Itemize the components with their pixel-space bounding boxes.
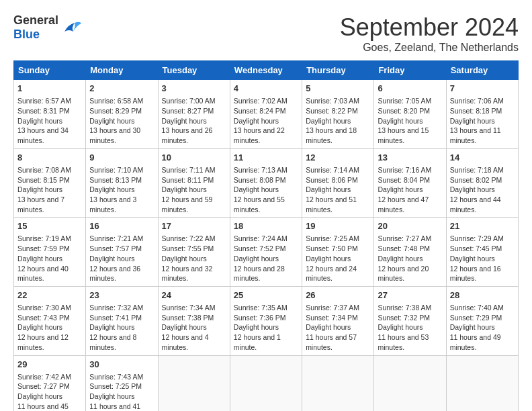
logo-blue: Blue bbox=[13, 28, 40, 41]
calendar-cell: 20Sunrise: 7:27 AMSunset: 7:48 PMDayligh… bbox=[374, 218, 446, 287]
calendar: SundayMondayTuesdayWednesdayThursdayFrid… bbox=[13, 60, 519, 411]
day-info: Sunrise: 7:19 AMSunset: 7:59 PMDaylight … bbox=[17, 234, 82, 283]
day-info: Sunrise: 7:11 AMSunset: 8:11 PMDaylight … bbox=[162, 165, 226, 214]
calendar-cell: 12Sunrise: 7:14 AMSunset: 8:06 PMDayligh… bbox=[302, 148, 374, 218]
day-number: 14 bbox=[450, 152, 515, 164]
calendar-cell: 27Sunrise: 7:38 AMSunset: 7:32 PMDayligh… bbox=[374, 286, 446, 355]
day-number: 11 bbox=[234, 152, 298, 164]
day-number: 7 bbox=[450, 83, 515, 95]
day-info: Sunrise: 7:30 AMSunset: 7:43 PMDaylight … bbox=[17, 303, 82, 352]
weekday-header: Monday bbox=[86, 61, 158, 80]
calendar-cell: 23Sunrise: 7:32 AMSunset: 7:41 PMDayligh… bbox=[86, 286, 158, 355]
title-area: September 2024 Goes, Zeeland, The Nether… bbox=[340, 13, 519, 54]
day-number: 13 bbox=[378, 152, 442, 164]
day-info: Sunrise: 7:32 AMSunset: 7:41 PMDaylight … bbox=[89, 303, 154, 352]
logo-general: General bbox=[13, 13, 58, 27]
calendar-cell: 7Sunrise: 7:06 AMSunset: 8:18 PMDaylight… bbox=[446, 80, 518, 149]
day-number: 15 bbox=[17, 220, 82, 232]
calendar-cell: 24Sunrise: 7:34 AMSunset: 7:38 PMDayligh… bbox=[158, 286, 230, 355]
day-number: 29 bbox=[17, 359, 82, 371]
day-info: Sunrise: 7:25 AMSunset: 7:50 PMDaylight … bbox=[306, 234, 370, 283]
day-number: 27 bbox=[378, 289, 442, 302]
weekday-header: Tuesday bbox=[158, 61, 230, 80]
calendar-cell: 14Sunrise: 7:18 AMSunset: 8:02 PMDayligh… bbox=[446, 148, 518, 218]
calendar-cell bbox=[158, 355, 230, 411]
calendar-cell: 6Sunrise: 7:05 AMSunset: 8:20 PMDaylight… bbox=[374, 80, 446, 149]
weekday-header: Wednesday bbox=[230, 61, 302, 80]
calendar-cell: 26Sunrise: 7:37 AMSunset: 7:34 PMDayligh… bbox=[302, 286, 374, 355]
day-info: Sunrise: 7:02 AMSunset: 8:24 PMDaylight … bbox=[234, 96, 298, 145]
calendar-cell: 30Sunrise: 7:43 AMSunset: 7:25 PMDayligh… bbox=[86, 355, 158, 411]
calendar-cell: 5Sunrise: 7:03 AMSunset: 8:22 PMDaylight… bbox=[302, 80, 374, 149]
calendar-cell: 25Sunrise: 7:35 AMSunset: 7:36 PMDayligh… bbox=[230, 286, 302, 355]
calendar-cell: 22Sunrise: 7:30 AMSunset: 7:43 PMDayligh… bbox=[14, 286, 86, 355]
day-number: 16 bbox=[89, 220, 154, 232]
calendar-cell: 19Sunrise: 7:25 AMSunset: 7:50 PMDayligh… bbox=[302, 218, 374, 287]
day-info: Sunrise: 7:43 AMSunset: 7:25 PMDaylight … bbox=[89, 372, 154, 411]
calendar-cell: 16Sunrise: 7:21 AMSunset: 7:57 PMDayligh… bbox=[86, 218, 158, 287]
calendar-cell: 1Sunrise: 6:57 AMSunset: 8:31 PMDaylight… bbox=[14, 80, 86, 149]
day-number: 25 bbox=[234, 289, 298, 302]
day-info: Sunrise: 7:29 AMSunset: 7:45 PMDaylight … bbox=[450, 234, 515, 283]
day-number: 10 bbox=[162, 152, 226, 164]
day-info: Sunrise: 7:05 AMSunset: 8:20 PMDaylight … bbox=[378, 96, 442, 145]
calendar-header-row: SundayMondayTuesdayWednesdayThursdayFrid… bbox=[14, 61, 519, 80]
calendar-cell: 4Sunrise: 7:02 AMSunset: 8:24 PMDaylight… bbox=[230, 80, 302, 149]
day-number: 4 bbox=[234, 83, 298, 95]
day-number: 9 bbox=[89, 152, 154, 164]
logo: General Blue bbox=[13, 13, 81, 42]
calendar-cell: 28Sunrise: 7:40 AMSunset: 7:29 PMDayligh… bbox=[446, 286, 518, 355]
calendar-cell: 13Sunrise: 7:16 AMSunset: 8:04 PMDayligh… bbox=[374, 148, 446, 218]
day-info: Sunrise: 7:00 AMSunset: 8:27 PMDaylight … bbox=[162, 96, 226, 145]
day-number: 6 bbox=[378, 83, 442, 95]
day-number: 21 bbox=[450, 220, 515, 232]
day-info: Sunrise: 7:16 AMSunset: 8:04 PMDaylight … bbox=[378, 165, 442, 214]
day-number: 5 bbox=[306, 83, 370, 95]
calendar-cell: 17Sunrise: 7:22 AMSunset: 7:55 PMDayligh… bbox=[158, 218, 230, 287]
day-number: 22 bbox=[17, 289, 82, 302]
calendar-cell bbox=[302, 355, 374, 411]
calendar-cell: 11Sunrise: 7:13 AMSunset: 8:08 PMDayligh… bbox=[230, 148, 302, 218]
calendar-cell: 21Sunrise: 7:29 AMSunset: 7:45 PMDayligh… bbox=[446, 218, 518, 287]
calendar-cell: 18Sunrise: 7:24 AMSunset: 7:52 PMDayligh… bbox=[230, 218, 302, 287]
logo-bird-icon bbox=[61, 19, 81, 36]
day-number: 24 bbox=[162, 289, 226, 302]
day-number: 23 bbox=[89, 289, 154, 302]
weekday-header: Saturday bbox=[446, 61, 518, 80]
day-info: Sunrise: 6:57 AMSunset: 8:31 PMDaylight … bbox=[17, 96, 82, 145]
day-info: Sunrise: 7:40 AMSunset: 7:29 PMDaylight … bbox=[450, 303, 515, 352]
logo-text: General Blue bbox=[13, 13, 58, 42]
calendar-cell: 3Sunrise: 7:00 AMSunset: 8:27 PMDaylight… bbox=[158, 80, 230, 149]
day-info: Sunrise: 7:10 AMSunset: 8:13 PMDaylight … bbox=[89, 165, 154, 214]
day-info: Sunrise: 7:37 AMSunset: 7:34 PMDaylight … bbox=[306, 303, 370, 352]
calendar-cell: 2Sunrise: 6:58 AMSunset: 8:29 PMDaylight… bbox=[86, 80, 158, 149]
calendar-cell: 29Sunrise: 7:42 AMSunset: 7:27 PMDayligh… bbox=[14, 355, 86, 411]
day-number: 20 bbox=[378, 220, 442, 232]
location-title: Goes, Zeeland, The Netherlands bbox=[340, 42, 519, 54]
day-number: 18 bbox=[234, 220, 298, 232]
day-number: 30 bbox=[89, 359, 154, 371]
day-info: Sunrise: 7:35 AMSunset: 7:36 PMDaylight … bbox=[234, 303, 298, 352]
calendar-cell: 10Sunrise: 7:11 AMSunset: 8:11 PMDayligh… bbox=[158, 148, 230, 218]
day-info: Sunrise: 7:34 AMSunset: 7:38 PMDaylight … bbox=[162, 303, 226, 352]
week-row: 15Sunrise: 7:19 AMSunset: 7:59 PMDayligh… bbox=[14, 218, 519, 287]
day-info: Sunrise: 7:13 AMSunset: 8:08 PMDaylight … bbox=[234, 165, 298, 214]
day-info: Sunrise: 7:14 AMSunset: 8:06 PMDaylight … bbox=[306, 165, 370, 214]
day-info: Sunrise: 6:58 AMSunset: 8:29 PMDaylight … bbox=[89, 96, 154, 145]
day-info: Sunrise: 7:08 AMSunset: 8:15 PMDaylight … bbox=[17, 165, 82, 214]
calendar-cell: 15Sunrise: 7:19 AMSunset: 7:59 PMDayligh… bbox=[14, 218, 86, 287]
day-info: Sunrise: 7:24 AMSunset: 7:52 PMDaylight … bbox=[234, 234, 298, 283]
week-row: 8Sunrise: 7:08 AMSunset: 8:15 PMDaylight… bbox=[14, 148, 519, 218]
month-title: September 2024 bbox=[340, 13, 519, 42]
day-number: 1 bbox=[17, 83, 82, 95]
weekday-header: Sunday bbox=[14, 61, 86, 80]
day-info: Sunrise: 7:06 AMSunset: 8:18 PMDaylight … bbox=[450, 96, 515, 145]
day-info: Sunrise: 7:03 AMSunset: 8:22 PMDaylight … bbox=[306, 96, 370, 145]
day-number: 2 bbox=[89, 83, 154, 95]
day-info: Sunrise: 7:42 AMSunset: 7:27 PMDaylight … bbox=[17, 372, 82, 411]
day-number: 8 bbox=[17, 152, 82, 164]
day-number: 3 bbox=[162, 83, 226, 95]
day-info: Sunrise: 7:38 AMSunset: 7:32 PMDaylight … bbox=[378, 303, 442, 352]
day-info: Sunrise: 7:21 AMSunset: 7:57 PMDaylight … bbox=[89, 234, 154, 283]
calendar-cell bbox=[374, 355, 446, 411]
